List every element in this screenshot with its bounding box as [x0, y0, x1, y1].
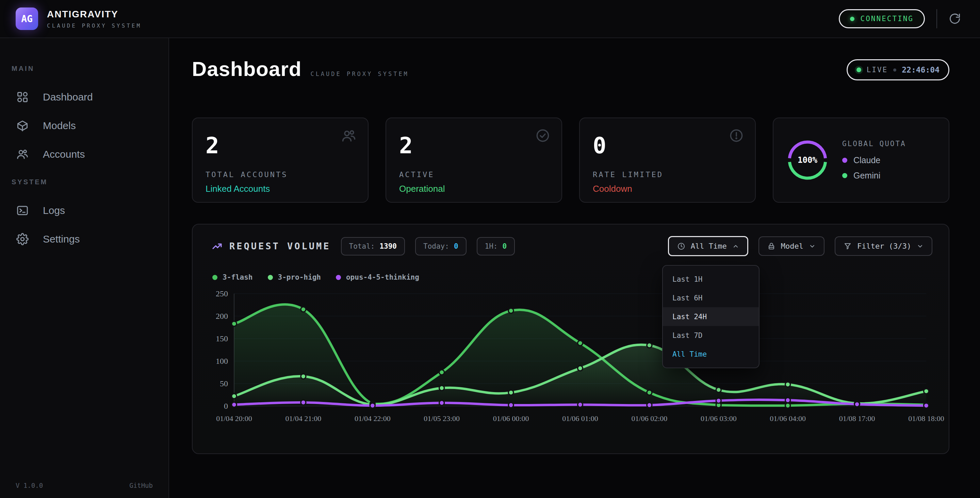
legend-item[interactable]: 3-pro-high: [268, 273, 321, 281]
dropdown-item[interactable]: Last 1H: [663, 270, 759, 289]
stat-label: ACTIVE: [399, 170, 549, 179]
time-range-dropdown: Last 1HLast 6HLast 24HLast 7DAll Time: [662, 265, 759, 368]
panel-title-wrap: REQUEST VOLUME: [212, 241, 331, 252]
sidebar-item-logs[interactable]: Logs: [11, 196, 157, 225]
svg-text:0: 0: [224, 402, 228, 410]
users-icon: [341, 128, 356, 144]
sidebar-section-main: MAIN Dashboard Models Accounts: [0, 65, 169, 169]
gear-icon: [16, 233, 29, 245]
svg-text:01/06 00:00: 01/06 00:00: [493, 414, 529, 423]
request-volume-chart: 05010015020025001/04 20:0001/04 21:0001/…: [208, 287, 937, 425]
cube-icon: [16, 120, 29, 132]
sidebar-item-dashboard[interactable]: Dashboard: [11, 83, 157, 112]
chip-label: Today:: [423, 242, 449, 251]
sidebar-item-label: Logs: [43, 205, 65, 216]
sidebar-item-label: Dashboard: [43, 91, 93, 103]
time-range-button[interactable]: All Time: [668, 236, 748, 256]
sidebar-item-label: Models: [43, 120, 76, 131]
svg-text:01/06 03:00: 01/06 03:00: [701, 414, 737, 423]
topbar-divider: [937, 9, 937, 28]
app-title: ANTIGRAVITY: [47, 9, 142, 20]
dropdown-item[interactable]: Last 24H: [663, 307, 759, 326]
legend-label: 3-flash: [223, 273, 253, 281]
svg-text:01/04 21:00: 01/04 21:00: [285, 414, 321, 423]
users-icon: [16, 148, 29, 160]
quota-ring: 100%: [786, 139, 829, 181]
svg-text:50: 50: [220, 379, 228, 388]
stat-value: 2: [205, 132, 355, 159]
live-clock: 22:46:04: [902, 65, 940, 74]
svg-text:01/04 22:00: 01/04 22:00: [355, 414, 391, 423]
connection-status-label: CONNECTING: [861, 14, 914, 23]
stat-value: 0: [593, 132, 742, 159]
chip-value: 0: [502, 242, 507, 251]
quota-legend-claude: Claude: [842, 155, 906, 165]
chip-value: 0: [454, 242, 458, 251]
refresh-button[interactable]: [949, 13, 961, 25]
sidebar: MAIN Dashboard Models Accounts: [0, 38, 169, 498]
claude-dot-icon: [842, 158, 847, 163]
stat-sublabel: Cooldown: [593, 184, 742, 194]
main-content: Dashboard CLAUDE PROXY SYSTEM LIVE 22:46…: [169, 38, 980, 498]
panel-title: REQUEST VOLUME: [229, 241, 331, 251]
sidebar-section-label: MAIN: [11, 65, 157, 73]
chip-label: 1H:: [485, 242, 498, 251]
legend-dot-icon: [268, 275, 273, 280]
chevron-down-icon: [917, 243, 924, 250]
sidebar-item-settings[interactable]: Settings: [11, 225, 157, 254]
check-circle-icon: [536, 128, 550, 143]
dropdown-item[interactable]: Last 7D: [663, 326, 759, 345]
legend-dot-icon: [336, 275, 341, 280]
stat-value: 2: [399, 132, 549, 159]
app-subtitle: CLAUDE PROXY SYSTEM: [47, 22, 142, 29]
sidebar-item-label: Accounts: [43, 148, 85, 160]
card-global-quota: 100% GLOBAL QUOTA Claude Gemini: [773, 118, 950, 203]
svg-text:01/05 23:00: 01/05 23:00: [424, 414, 460, 423]
app-logo: AG: [16, 8, 38, 30]
chevron-down-icon: [809, 243, 816, 250]
one-hour-chip: 1H: 0: [477, 237, 515, 255]
page-subtitle: CLAUDE PROXY SYSTEM: [310, 70, 409, 77]
chevron-up-icon: [732, 243, 739, 250]
sidebar-item-models[interactable]: Models: [11, 112, 157, 140]
filter-button[interactable]: Filter (3/3): [835, 236, 932, 256]
quota-legend-label: Gemini: [853, 171, 880, 180]
quota-legend-gemini: Gemini: [842, 171, 906, 180]
alert-circle-icon: [729, 128, 743, 143]
stat-label: TOTAL ACCOUNTS: [205, 170, 355, 179]
chip-label: Total:: [349, 242, 375, 251]
time-range-label: All Time: [691, 242, 727, 251]
svg-text:01/08 18:00: 01/08 18:00: [908, 414, 944, 423]
dropdown-item[interactable]: All Time: [663, 345, 759, 364]
model-filter-button[interactable]: Model: [759, 236, 824, 256]
live-label: LIVE: [867, 66, 888, 74]
total-chip: Total: 1390: [341, 237, 405, 255]
card-active: 2 ACTIVE Operational: [385, 118, 562, 203]
svg-text:01/06 01:00: 01/06 01:00: [562, 414, 598, 423]
connection-dot-icon: [850, 17, 854, 21]
grid-icon: [16, 91, 29, 103]
stat-cards-row: 2 TOTAL ACCOUNTS Linked Accounts 2 ACTIV…: [192, 118, 950, 203]
live-dot-icon: [856, 67, 861, 72]
clock-icon: [677, 242, 685, 251]
stat-sublabel: Linked Accounts: [205, 184, 355, 194]
model-icon: [767, 242, 775, 251]
version-label: V 1.0.0: [16, 482, 43, 489]
legend-item[interactable]: opus-4-5-thinking: [336, 273, 419, 281]
card-total-accounts: 2 TOTAL ACCOUNTS Linked Accounts: [192, 118, 369, 203]
sidebar-item-accounts[interactable]: Accounts: [11, 140, 157, 169]
brand: AG ANTIGRAVITY CLAUDE PROXY SYSTEM: [16, 8, 142, 30]
topbar-right: CONNECTING: [839, 9, 961, 28]
legend-label: 3-pro-high: [278, 273, 321, 281]
today-chip: Today: 0: [415, 237, 466, 255]
sidebar-footer: V 1.0.0 GitHub: [16, 482, 153, 489]
svg-text:01/06 02:00: 01/06 02:00: [632, 414, 668, 423]
svg-text:01/06 04:00: 01/06 04:00: [770, 414, 806, 423]
chip-value: 1390: [379, 242, 397, 251]
dropdown-item[interactable]: Last 6H: [663, 289, 759, 307]
legend-item[interactable]: 3-flash: [212, 273, 253, 281]
github-link[interactable]: GitHub: [129, 482, 153, 489]
chart-legend: 3-flash3-pro-highopus-4-5-thinking: [212, 273, 937, 281]
sidebar-item-label: Settings: [43, 233, 80, 245]
brand-text: ANTIGRAVITY CLAUDE PROXY SYSTEM: [47, 9, 142, 29]
